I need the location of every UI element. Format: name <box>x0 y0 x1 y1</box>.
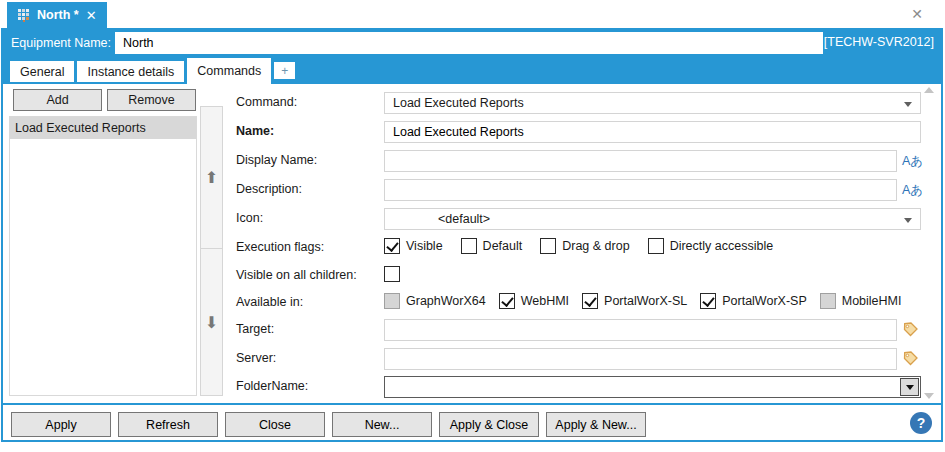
footer-bar: Apply Refresh Close New... Apply & Close… <box>3 403 941 440</box>
checkbox-webhmi[interactable]: WebHMI <box>499 293 569 309</box>
chevron-down-icon <box>904 102 912 107</box>
target-input[interactable] <box>384 319 897 341</box>
equipment-header: Equipment Name: [TECHW-SVR2012] <box>3 28 941 58</box>
checkbox-checked-icon <box>499 293 515 309</box>
apply-button[interactable]: Apply <box>11 412 111 437</box>
checkbox-disabled-icon <box>820 293 836 309</box>
icon-select[interactable]: <default> <box>384 208 921 230</box>
new-button[interactable]: New... <box>332 412 432 437</box>
help-icon[interactable]: ? <box>910 412 932 434</box>
icon-row: Icon: <default> <box>3 208 941 230</box>
checkbox-drag-drop[interactable]: Drag & drop <box>540 238 629 254</box>
available-in-label: Available in: <box>236 295 303 309</box>
command-label: Command: <box>236 95 297 109</box>
name-label: Name: <box>236 124 274 138</box>
checkbox-unchecked-icon <box>540 238 556 254</box>
available-in-group: GraphWorX64 WebHMI PortalWorX-SL PortalW… <box>384 293 914 309</box>
description-label: Description: <box>236 182 302 196</box>
server-row: Server: <box>3 348 941 370</box>
checkbox-checked-icon <box>700 293 716 309</box>
display-name-row: Display Name: Aあ <box>3 150 941 172</box>
equipment-name-label: Equipment Name: <box>11 36 111 50</box>
target-row: Target: <box>3 319 941 341</box>
checkbox-unchecked-icon <box>461 238 477 254</box>
execution-flags-label: Execution flags: <box>236 240 324 254</box>
folder-name-select[interactable] <box>384 376 921 398</box>
commands-tab-content: Add Remove Load Executed Reports ⬆ ⬇ Com… <box>3 84 941 403</box>
checkbox-disabled-icon <box>384 293 400 309</box>
server-input[interactable] <box>384 348 897 370</box>
checkbox-portalworx-sp[interactable]: PortalWorX-SP <box>700 293 807 309</box>
server-label: Server: <box>236 351 276 365</box>
chevron-down-icon <box>904 218 912 223</box>
name-row: Name: <box>3 121 941 143</box>
document-tab-close-icon[interactable]: ✕ <box>86 9 97 22</box>
checkbox-unchecked-icon <box>648 238 664 254</box>
apply-and-new-button[interactable]: Apply & New... <box>546 412 646 437</box>
command-row: Command: Load Executed Reports <box>3 92 941 114</box>
localize-icon[interactable]: Aあ <box>902 182 923 199</box>
checkbox-unchecked-icon <box>384 266 400 282</box>
refresh-button[interactable]: Refresh <box>118 412 218 437</box>
icon-label: Icon: <box>236 211 263 225</box>
workbench-pane: North * ✕ ✕ Equipment Name: [TECHW-SVR20… <box>0 0 945 452</box>
tab-add-new[interactable]: + <box>274 62 295 79</box>
name-input[interactable] <box>384 121 921 143</box>
localize-icon[interactable]: Aあ <box>902 153 923 170</box>
checkbox-default[interactable]: Default <box>461 238 523 254</box>
target-label: Target: <box>236 322 274 336</box>
checkbox-graphworx64: GraphWorX64 <box>384 293 486 309</box>
chevron-down-icon <box>906 385 914 390</box>
tag-icon[interactable] <box>902 350 919 371</box>
execution-flags-group: Visible Default Drag & drop Directly acc… <box>384 238 791 254</box>
visible-on-all-children-label: Visible on all children: <box>236 268 357 282</box>
icon-select-value: <default> <box>393 212 490 226</box>
apply-and-close-button[interactable]: Apply & Close <box>439 412 539 437</box>
checkbox-visible[interactable]: Visible <box>384 238 443 254</box>
equipment-building-icon <box>17 9 30 22</box>
checkbox-mobilehmi: MobileHMI <box>820 293 902 309</box>
execution-flags-row: Execution flags: Visible Default Drag & … <box>3 237 941 259</box>
checkbox-portalworx-sl[interactable]: PortalWorX-SL <box>582 293 687 309</box>
pane-close-icon[interactable]: ✕ <box>911 7 923 21</box>
display-name-input[interactable] <box>384 150 897 172</box>
command-select[interactable]: Load Executed Reports <box>384 92 921 114</box>
folder-name-row: FolderName: <box>3 376 941 398</box>
checkbox-directly-accessible[interactable]: Directly accessible <box>648 238 774 254</box>
available-in-row: Available in: GraphWorX64 WebHMI PortalW… <box>3 292 941 314</box>
checkbox-checked-icon <box>582 293 598 309</box>
server-badge: [TECHW-SVR2012] <box>824 35 934 49</box>
editor-tab-strip: General Instance details Commands + <box>3 58 941 84</box>
document-tab-north[interactable]: North * ✕ <box>7 2 107 28</box>
description-input[interactable] <box>384 179 897 201</box>
command-select-value: Load Executed Reports <box>393 96 524 110</box>
equipment-name-input[interactable] <box>115 32 823 54</box>
scroll-up-icon[interactable] <box>924 87 934 93</box>
equipment-editor-pane: Equipment Name: [TECHW-SVR2012] General … <box>1 28 943 442</box>
tab-instance-details[interactable]: Instance details <box>77 61 184 82</box>
visible-on-all-children-group <box>384 266 400 282</box>
description-row: Description: Aあ <box>3 179 941 201</box>
display-name-label: Display Name: <box>236 153 317 167</box>
visible-on-all-children-row: Visible on all children: <box>3 265 941 287</box>
checkbox-visible-on-all-children[interactable] <box>384 266 400 282</box>
scroll-down-icon[interactable] <box>924 393 934 399</box>
dropdown-button[interactable] <box>900 378 919 396</box>
checkbox-checked-icon <box>384 238 400 254</box>
document-tab-title: North * <box>37 8 79 22</box>
tab-commands[interactable]: Commands <box>187 58 271 84</box>
folder-name-label: FolderName: <box>236 379 308 393</box>
tab-general[interactable]: General <box>10 61 74 82</box>
document-tab-strip: North * ✕ ✕ <box>0 0 945 28</box>
tag-icon[interactable] <box>902 321 919 342</box>
close-button[interactable]: Close <box>225 412 325 437</box>
